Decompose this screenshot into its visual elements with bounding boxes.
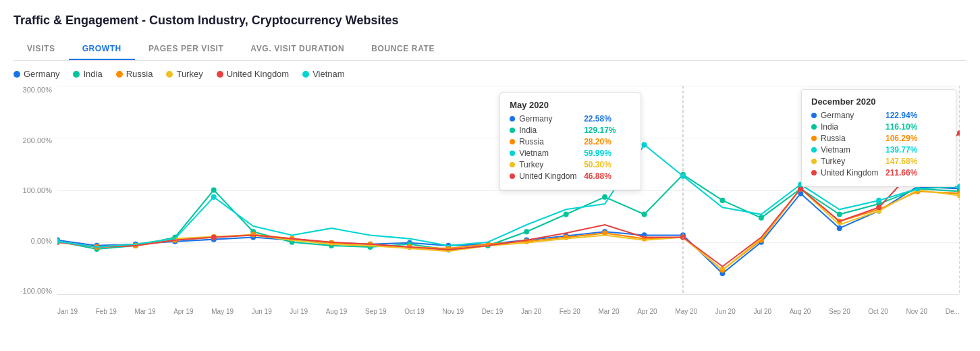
russia-line [57,188,960,270]
legend-uk: United Kingdom [217,69,290,79]
chart-container: 300.00% 200.00% 100.00% 0.00% -100.00% [13,86,967,315]
tooltip-may-row-uk: United Kingdom 46.88% [510,171,631,181]
tooltip-dec-row-turkey: Turkey 147.68% [811,157,946,166]
germany-dot [837,225,842,231]
india-dot [602,194,607,200]
tab-bounce-rate[interactable]: BOUNCE RATE [358,38,448,60]
tooltip-dec-title: December 2020 [811,97,946,107]
india-dot [211,187,217,192]
tooltip-may-title: May 2020 [510,100,631,110]
uk-dot [876,205,881,210]
tooltip-dec-row-uk: United Kingdom 211.66% [811,168,946,178]
tab-avg-visit-duration[interactable]: AVG. VISIT DURATION [237,38,358,60]
vietnam-dot [876,198,881,203]
vietnam-dot [211,194,217,200]
chart-legend: Germany India Russia Turkey United Kingd… [13,69,967,79]
tooltip-dec: December 2020 Germany 122.94% India 116.… [801,89,956,187]
legend-turkey: Turkey [166,69,202,79]
tab-visits[interactable]: VISITS [13,38,69,60]
legend-vietnam: Vietnam [302,69,344,79]
tooltip-dec-row-vietnam: Vietnam 139.77% [811,145,946,155]
india-dot [524,229,529,234]
india-dot [759,215,764,221]
india-dot [719,198,725,203]
y-axis: 300.00% 200.00% 100.00% 0.00% -100.00% [13,86,57,295]
vietnam-dot [642,142,647,147]
turkey-line [57,188,960,270]
tooltip-dec-row-germany: Germany 122.94% [811,111,946,120]
tooltip-may-row-vietnam: Vietnam 59.99% [510,148,631,158]
tab-growth[interactable]: GROWTH [69,38,135,60]
tab-bar: VISITS GROWTH PAGES PER VISIT AVG. VISIT… [13,38,967,61]
tooltip-may-row-turkey: Turkey 50.30% [510,160,631,169]
legend-germany: Germany [13,69,59,79]
tab-pages-per-visit[interactable]: PAGES PER VISIT [135,38,237,60]
x-axis: Jan 19 Feb 19 Mar 19 Apr 19 May 19 Jun 1… [57,308,960,315]
tooltip-dec-row-india: India 116.10% [811,122,946,132]
page-title: Traffic & Engagement - Custom Industry, … [13,14,967,28]
legend-russia: Russia [116,69,153,79]
india-dot [564,211,569,217]
tooltip-dec-row-russia: Russia 106.29% [811,134,946,143]
india-dot [642,211,647,217]
india-dot [837,211,842,217]
tooltip-may-row-germany: Germany 22.58% [510,114,631,124]
tooltip-may-row-russia: Russia 28.20% [510,137,631,146]
tooltip-may-row-india: India 129.17% [510,126,631,135]
chart-area: 300.00% 200.00% 100.00% 0.00% -100.00% [13,86,967,342]
legend-india: India [73,69,102,79]
uk-dot [211,234,217,240]
tooltip-may: May 2020 Germany 22.58% India 129.17% Ru… [499,92,641,190]
chart-plot: May 2020 Germany 22.58% India 129.17% Ru… [57,86,960,295]
